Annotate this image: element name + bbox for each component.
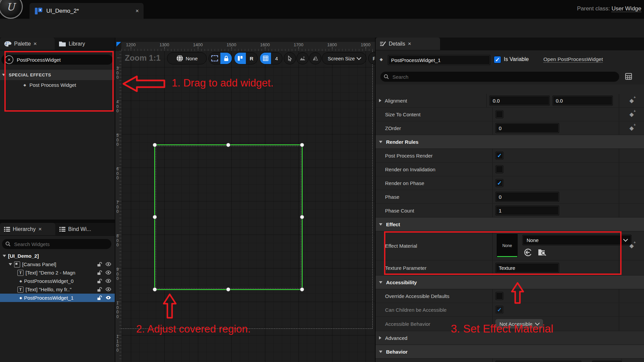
details-search-input[interactable]: [392, 74, 616, 80]
flip-preview-button[interactable]: [309, 52, 321, 64]
visibility-eye-icon[interactable]: [105, 262, 111, 267]
visibility-eye-icon[interactable]: [105, 295, 111, 300]
tab-palette[interactable]: Palette ×: [0, 38, 55, 50]
asset-tab-ui-demo-2[interactable]: ♥ UI_Demo_2* ×: [30, 3, 144, 19]
can-children-be-accessible-checkbox[interactable]: ✓: [495, 306, 503, 314]
zorder-input[interactable]: [495, 123, 559, 133]
expander-icon[interactable]: [3, 255, 6, 257]
alignment-x-input[interactable]: [489, 96, 550, 106]
resize-handle-bottom-center[interactable]: [226, 287, 230, 292]
category-expander-icon[interactable]: [2, 74, 5, 76]
details-tab-close-icon[interactable]: ×: [408, 41, 411, 47]
resize-handle-top-right[interactable]: [300, 143, 304, 147]
size-to-content-checkbox[interactable]: ✓: [495, 110, 503, 118]
is-variable-checkbox[interactable]: ✓: [494, 56, 501, 63]
open-postprocesswidget-link[interactable]: Open PostProcessWidget: [543, 56, 603, 63]
designer-canvas[interactable]: 12001300140015001600170018001900 3004005…: [115, 38, 376, 362]
accessible-behavior-dropdown[interactable]: Not Accessible: [495, 319, 543, 328]
tree-row-canvas-panel[interactable]: [Canvas Panel]: [0, 260, 115, 268]
resize-handle-bottom-left[interactable]: [153, 287, 157, 292]
render-on-invalidation-checkbox[interactable]: ✓: [495, 165, 503, 173]
tab-bind-widgets[interactable]: Bind Wi...: [55, 223, 115, 235]
lock-open-icon[interactable]: [97, 295, 102, 300]
palette-search-input[interactable]: [16, 57, 109, 63]
unreal-engine-logo-icon[interactable]: U: [0, 0, 23, 19]
grid-snap-size[interactable]: 4: [271, 53, 282, 64]
render-on-phase-checkbox[interactable]: ✓: [495, 179, 503, 187]
tool-tip-bind-dropdown[interactable]: Bind: [592, 361, 622, 362]
panel-splitter[interactable]: [0, 220, 115, 223]
palette-category-special-effects[interactable]: SPECIAL EFFECTS: [0, 70, 115, 80]
hierarchy-search-box[interactable]: [2, 239, 111, 249]
resize-handle-middle-left[interactable]: [153, 215, 157, 219]
section-render-rules[interactable]: Render Rules: [376, 135, 644, 149]
lock-open-icon[interactable]: [97, 287, 102, 292]
fill-screen-dropdown[interactable]: Fill Screen: [368, 52, 376, 64]
grid-snap-icon[interactable]: [260, 53, 271, 64]
palette-item-post-process-widget[interactable]: ◆ Post Process Widget: [0, 80, 115, 89]
marquee-select-icon[interactable]: [209, 53, 220, 64]
screen-size-dropdown[interactable]: Screen Size: [322, 52, 366, 64]
palette-search-box[interactable]: ×: [1, 55, 113, 65]
design-grid[interactable]: Zoom 1:1 None R 4: [121, 51, 376, 362]
section-expander-icon[interactable]: [379, 223, 382, 226]
hierarchy-tab-close-icon[interactable]: ×: [38, 226, 42, 233]
use-selected-asset-icon[interactable]: [524, 248, 532, 257]
alignment-y-input[interactable]: [552, 96, 613, 106]
expander-icon[interactable]: [9, 263, 12, 265]
respect-locks-button[interactable]: R: [246, 53, 257, 64]
bind-property-icon[interactable]: ◆: [629, 125, 634, 131]
section-expander-icon[interactable]: [379, 336, 381, 340]
hierarchy-search-input[interactable]: [13, 241, 108, 247]
texture-parameter-input[interactable]: [495, 263, 559, 273]
tree-row-postprocesswidget-1-selected[interactable]: ◆ PostProcessWidget_1: [0, 294, 115, 302]
preview-background-button[interactable]: [297, 52, 309, 64]
viewport-mode-button[interactable]: None: [167, 52, 207, 64]
expander-icon[interactable]: [379, 99, 381, 102]
parent-class-link[interactable]: User Widge: [611, 5, 641, 12]
browse-to-asset-icon[interactable]: [538, 248, 547, 257]
tree-row-root[interactable]: [UI_Demo_2]: [0, 252, 115, 260]
tree-row-text-demo2[interactable]: T [Text] "Demo 2 - Magn: [0, 268, 115, 277]
section-effect[interactable]: Effect: [376, 218, 644, 231]
phase-input[interactable]: [495, 192, 559, 202]
resize-handle-top-left[interactable]: [153, 143, 157, 147]
visibility-eye-icon[interactable]: [105, 279, 111, 284]
lock-open-icon[interactable]: [97, 270, 102, 275]
palette-tab-close-icon[interactable]: ×: [34, 41, 37, 47]
visibility-eye-icon[interactable]: [105, 287, 111, 292]
tab-details[interactable]: Details ×: [376, 38, 440, 50]
details-view-options-icon[interactable]: [625, 73, 632, 80]
details-search-box[interactable]: [380, 72, 619, 82]
clear-search-icon[interactable]: ×: [5, 55, 13, 64]
section-expander-icon[interactable]: [379, 351, 382, 353]
lock-open-icon[interactable]: [97, 279, 102, 284]
visibility-eye-icon[interactable]: [105, 270, 111, 275]
localization-preview-icon[interactable]: [234, 53, 246, 64]
phase-count-input[interactable]: [495, 205, 559, 216]
lock-widgets-icon[interactable]: [220, 53, 232, 64]
tab-hierarchy[interactable]: Hierarchy ×: [0, 223, 55, 235]
bind-property-icon[interactable]: ◆: [629, 112, 634, 117]
override-accessible-defaults-checkbox[interactable]: ✓: [495, 292, 503, 300]
bind-property-icon[interactable]: ◆: [629, 243, 634, 249]
resize-handle-middle-right[interactable]: [300, 215, 304, 219]
cursor-tool-button[interactable]: [284, 52, 296, 64]
tree-row-postprocesswidget-0[interactable]: ◆ PostProcessWidget_0: [0, 277, 115, 285]
post-process-render-checkbox[interactable]: ✓: [495, 152, 503, 160]
section-expander-icon[interactable]: [379, 141, 382, 143]
effect-material-dropdown[interactable]: None: [522, 235, 632, 245]
tool-tip-text-input[interactable]: [495, 361, 581, 362]
effect-material-thumbnail[interactable]: None: [497, 234, 518, 257]
selected-widget-postprocesswidget-1[interactable]: [154, 144, 303, 290]
tree-row-text-hello[interactable]: T [Text] "Helllo, my fr..": [0, 285, 115, 294]
resize-handle-top-center[interactable]: [226, 143, 230, 147]
section-advanced[interactable]: Advanced: [376, 331, 644, 345]
widget-name-input[interactable]: [388, 55, 490, 65]
resize-handle-bottom-right[interactable]: [300, 287, 304, 292]
asset-tab-close-icon[interactable]: ×: [136, 8, 139, 14]
lock-open-icon[interactable]: [97, 262, 102, 267]
section-accessibility[interactable]: Accessibility: [376, 276, 644, 289]
section-behavior[interactable]: Behavior: [376, 345, 644, 359]
section-expander-icon[interactable]: [379, 281, 382, 284]
